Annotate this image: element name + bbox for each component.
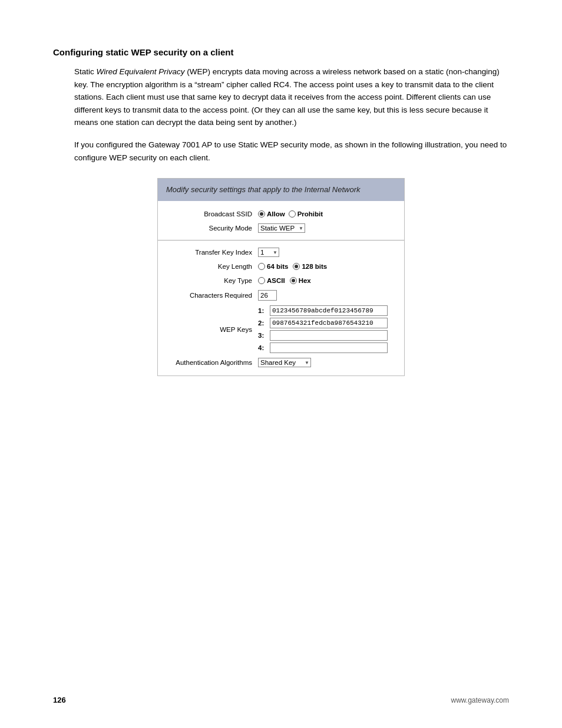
wep-key-4-label: 4: — [258, 344, 267, 351]
key-length-64-label: 64 bits — [267, 263, 288, 270]
broadcast-ssid-allow-radio[interactable] — [258, 210, 265, 218]
ui-panel: Modify security settings that apply to t… — [157, 178, 405, 376]
transfer-key-index-select[interactable]: 1234 — [258, 248, 279, 257]
key-length-128-radio[interactable] — [293, 263, 300, 270]
broadcast-ssid-allow-label: Allow — [267, 210, 285, 218]
auth-algorithms-select-wrapper[interactable]: Shared KeyOpen System — [258, 358, 311, 367]
section-heading: Configuring static WEP security on a cli… — [53, 47, 509, 57]
key-type-ascii-radio[interactable] — [258, 277, 265, 284]
auth-algorithms-label: Authentication Algorithms — [164, 359, 258, 366]
wep-key-2-row: 2: — [258, 318, 388, 328]
auth-algorithms-row: Authentication Algorithms Shared KeyOpen… — [158, 355, 404, 370]
key-type-row: Key Type ASCII Hex — [158, 274, 404, 288]
wep-key-2-input[interactable] — [270, 318, 388, 328]
characters-required-row: Characters Required — [158, 288, 404, 303]
transfer-key-index-label: Transfer Key Index — [164, 249, 258, 256]
wep-key-1-input[interactable] — [270, 305, 388, 316]
key-type-label: Key Type — [164, 277, 258, 284]
security-mode-label: Security Mode — [164, 225, 258, 232]
transfer-key-index-row: Transfer Key Index 1234 — [158, 245, 404, 259]
key-length-64[interactable]: 64 bits — [258, 263, 288, 270]
security-mode-select-wrapper[interactable]: Static WEP — [258, 223, 305, 233]
security-mode-row: Security Mode Static WEP — [158, 221, 404, 235]
characters-required-value — [258, 290, 277, 301]
wep-keys-label: WEP Keys — [164, 326, 258, 333]
panel-header: Modify security settings that apply to t… — [158, 179, 404, 201]
footer-url: www.gateway.com — [451, 696, 509, 704]
broadcast-ssid-value: Allow Prohibit — [258, 210, 323, 218]
auth-algorithms-value: Shared KeyOpen System — [258, 358, 311, 367]
key-type-hex[interactable]: Hex — [290, 277, 311, 284]
panel-body: Broadcast SSID Allow Prohibit — [158, 201, 404, 375]
wep-keys-row: WEP Keys 1: 2: 3: — [158, 303, 404, 355]
security-mode-value: Static WEP — [258, 223, 305, 233]
key-type-ascii[interactable]: ASCII — [258, 277, 285, 284]
characters-required-input[interactable] — [258, 290, 277, 301]
key-type-hex-radio[interactable] — [290, 277, 297, 284]
key-length-64-radio[interactable] — [258, 263, 265, 270]
key-length-row: Key Length 64 bits 128 bits — [158, 259, 404, 274]
broadcast-ssid-prohibit-label: Prohibit — [297, 210, 323, 218]
broadcast-ssid-row: Broadcast SSID Allow Prohibit — [158, 207, 404, 221]
key-type-ascii-label: ASCII — [267, 277, 285, 284]
wep-key-1-row: 1: — [258, 305, 388, 316]
key-length-128-label: 128 bits — [302, 263, 327, 270]
security-mode-select[interactable]: Static WEP — [258, 223, 305, 233]
paragraph1-after-italic: (WEP) encrypts data moving across a wire… — [74, 67, 500, 127]
wep-key-3-label: 3: — [258, 332, 267, 339]
key-length-value: 64 bits 128 bits — [258, 263, 327, 270]
section-divider — [158, 240, 404, 241]
paragraph2: If you configured the Gateway 7001 AP to… — [74, 139, 509, 164]
wep-keys-value: 1: 2: 3: 4: — [258, 305, 388, 353]
broadcast-ssid-label: Broadcast SSID — [164, 210, 258, 218]
page-number: 126 — [53, 696, 66, 704]
broadcast-ssid-allow[interactable]: Allow — [258, 210, 285, 218]
key-length-128[interactable]: 128 bits — [293, 263, 327, 270]
page: Configuring static WEP security on a cli… — [0, 0, 562, 728]
broadcast-ssid-prohibit[interactable]: Prohibit — [289, 210, 323, 218]
paragraph1-italic: Wired Equivalent Privacy — [97, 67, 185, 76]
wep-key-2-label: 2: — [258, 319, 267, 327]
auth-algorithms-select[interactable]: Shared KeyOpen System — [258, 358, 311, 367]
panel-wrapper: Modify security settings that apply to t… — [53, 178, 509, 376]
page-footer: 126 www.gateway.com — [0, 696, 562, 704]
paragraph1-before-italic: Static — [74, 67, 97, 76]
wep-key-4-row: 4: — [258, 342, 388, 353]
transfer-key-index-value: 1234 — [258, 248, 279, 257]
broadcast-ssid-prohibit-radio[interactable] — [289, 210, 296, 218]
wep-key-4-input[interactable] — [270, 342, 388, 353]
key-type-hex-label: Hex — [299, 277, 311, 284]
wep-key-1-label: 1: — [258, 307, 267, 314]
paragraph1: Static Wired Equivalent Privacy (WEP) en… — [74, 65, 509, 129]
characters-required-label: Characters Required — [164, 292, 258, 299]
wep-key-3-input[interactable] — [270, 330, 388, 341]
key-length-label: Key Length — [164, 263, 258, 270]
wep-key-3-row: 3: — [258, 330, 388, 341]
transfer-key-index-select-wrapper[interactable]: 1234 — [258, 248, 279, 257]
key-type-value: ASCII Hex — [258, 277, 311, 284]
